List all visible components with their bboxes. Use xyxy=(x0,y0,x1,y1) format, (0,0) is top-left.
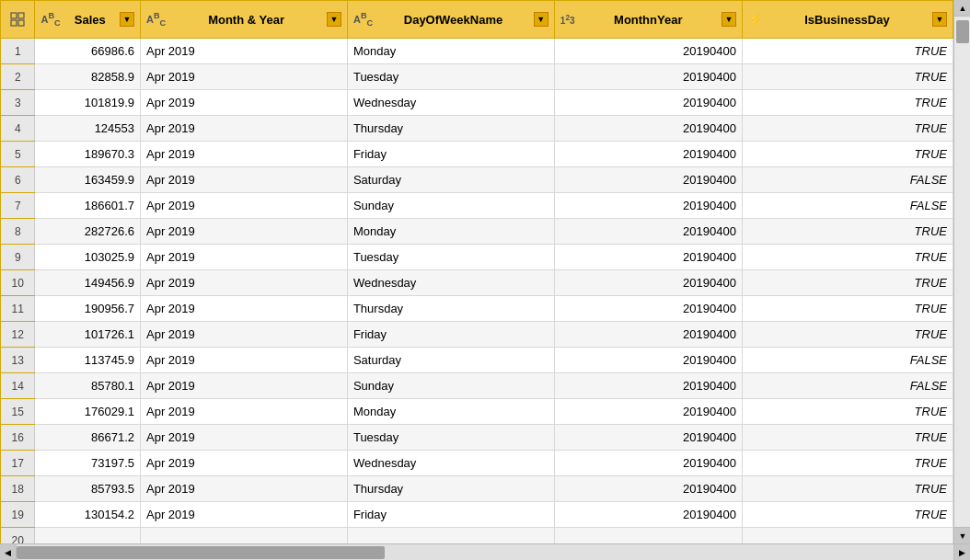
scroll-thumb-h[interactable] xyxy=(17,546,385,559)
cell-dayofweek: Thursday xyxy=(347,296,554,322)
cell-monthn: 20190400 xyxy=(554,90,742,116)
grid-icon xyxy=(10,12,25,27)
cell-sales: 130154.2 xyxy=(35,502,141,528)
cell-dayofweek: Monday xyxy=(347,399,554,425)
data-table-wrapper: ABC Sales ▼ ABC Month & Year ▼ xyxy=(0,0,970,560)
cell-rownum: 11 xyxy=(1,296,35,322)
cell-rownum: 16 xyxy=(1,425,35,451)
table-row: 19130154.2Apr 2019Friday20190400TRUE xyxy=(1,502,953,528)
header-dayofweek-label: DayOfWeekName xyxy=(376,13,530,27)
cell-monthn: 20190400 xyxy=(554,425,742,451)
cell-isbusiness: TRUE xyxy=(742,219,953,245)
header-isbusiness[interactable]: ⚡ IsBusinessDay ▼ xyxy=(742,1,953,39)
svg-rect-2 xyxy=(11,20,17,26)
cell-rownum: 10 xyxy=(1,270,35,296)
cell-sales: 176029.1 xyxy=(35,399,141,425)
horizontal-scrollbar[interactable]: ◀ ▶ xyxy=(0,543,970,560)
sales-dropdown-btn[interactable]: ▼ xyxy=(120,12,134,27)
cell-monthn: 20190400 xyxy=(554,270,742,296)
isbusiness-dropdown-btn[interactable]: ▼ xyxy=(932,12,947,27)
cell-rownum: 9 xyxy=(1,245,35,270)
table-scroll-area[interactable]: ABC Sales ▼ ABC Month & Year ▼ xyxy=(0,0,953,543)
table-row: 5189670.3Apr 2019Friday20190400TRUE xyxy=(1,142,953,167)
cell-isbusiness xyxy=(742,528,953,544)
cell-rownum: 4 xyxy=(1,116,35,142)
cell-isbusiness: TRUE xyxy=(742,64,953,90)
cell-sales: 82858.9 xyxy=(35,64,141,90)
cell-sales: 124553 xyxy=(35,116,141,142)
cell-monthyear: Apr 2019 xyxy=(141,193,348,219)
cell-monthyear: Apr 2019 xyxy=(141,502,348,528)
cell-monthn: 20190400 xyxy=(554,451,742,476)
abc-icon-dayofweek: ABC xyxy=(353,11,373,28)
cell-dayofweek: Wednesday xyxy=(347,90,554,116)
cell-monthyear: Apr 2019 xyxy=(141,245,348,270)
monthyear-dropdown-btn[interactable]: ▼ xyxy=(327,12,341,27)
cell-isbusiness: TRUE xyxy=(742,39,953,64)
vertical-scrollbar[interactable]: ▲ ▼ xyxy=(953,0,970,543)
cell-isbusiness: TRUE xyxy=(742,296,953,322)
cell-isbusiness: FALSE xyxy=(742,373,953,399)
cell-isbusiness: TRUE xyxy=(742,142,953,167)
cell-monthyear xyxy=(141,528,348,544)
cell-monthn: 20190400 xyxy=(554,219,742,245)
cell-isbusiness: TRUE xyxy=(742,270,953,296)
cell-rownum: 6 xyxy=(1,167,35,193)
cell-sales: 163459.9 xyxy=(35,167,141,193)
cell-dayofweek: Tuesday xyxy=(347,64,554,90)
header-dayofweek[interactable]: ABC DayOfWeekName ▼ xyxy=(347,1,554,39)
cell-sales: 101819.9 xyxy=(35,90,141,116)
table-row: 15176029.1Apr 2019Monday20190400TRUE xyxy=(1,399,953,425)
cell-monthyear: Apr 2019 xyxy=(141,425,348,451)
header-isbusiness-label: IsBusinessDay xyxy=(766,13,929,27)
table-row: 3101819.9Apr 2019Wednesday20190400TRUE xyxy=(1,90,953,116)
cell-monthn: 20190400 xyxy=(554,373,742,399)
header-sales[interactable]: ABC Sales ▼ xyxy=(35,1,141,39)
cell-isbusiness: TRUE xyxy=(742,451,953,476)
table-row: 1773197.5Apr 2019Wednesday20190400TRUE xyxy=(1,451,953,476)
cell-monthn: 20190400 xyxy=(554,399,742,425)
cell-monthyear: Apr 2019 xyxy=(141,476,348,502)
cell-monthyear: Apr 2019 xyxy=(141,322,348,348)
cell-isbusiness: FALSE xyxy=(742,348,953,373)
cell-monthyear: Apr 2019 xyxy=(141,64,348,90)
cell-monthyear: Apr 2019 xyxy=(141,167,348,193)
cell-isbusiness: TRUE xyxy=(742,425,953,451)
table-row: 282858.9Apr 2019Tuesday20190400TRUE xyxy=(1,64,953,90)
cell-monthyear: Apr 2019 xyxy=(141,296,348,322)
cell-rownum: 19 xyxy=(1,502,35,528)
cell-monthyear: Apr 2019 xyxy=(141,451,348,476)
cell-dayofweek: Friday xyxy=(347,142,554,167)
cell-sales: 86671.2 xyxy=(35,425,141,451)
cell-rownum: 12 xyxy=(1,322,35,348)
scroll-right-btn[interactable]: ▶ xyxy=(953,544,970,561)
monthn-dropdown-btn[interactable]: ▼ xyxy=(722,12,736,27)
header-monthyear[interactable]: ABC Month & Year ▼ xyxy=(141,1,348,39)
header-monthn-label: MonthnYear xyxy=(579,13,718,27)
table-row: 20 xyxy=(1,528,953,544)
cell-monthn: 20190400 xyxy=(554,167,742,193)
scroll-up-btn[interactable]: ▲ xyxy=(954,0,970,17)
cell-isbusiness: FALSE xyxy=(742,193,953,219)
scroll-thumb-v[interactable] xyxy=(956,20,969,43)
cell-sales: 101726.1 xyxy=(35,322,141,348)
abc-icon-sales: ABC xyxy=(40,11,60,28)
dayofweek-dropdown-btn[interactable]: ▼ xyxy=(534,12,549,27)
scroll-left-btn[interactable]: ◀ xyxy=(0,544,17,561)
cell-rownum: 14 xyxy=(1,373,35,399)
cell-isbusiness: TRUE xyxy=(742,476,953,502)
cell-rownum: 2 xyxy=(1,64,35,90)
svg-rect-3 xyxy=(18,20,24,26)
table-row: 12101726.1Apr 2019Friday20190400TRUE xyxy=(1,322,953,348)
scroll-track-h xyxy=(17,544,953,560)
header-monthn[interactable]: 123 MonthnYear ▼ xyxy=(554,1,742,39)
cell-monthn xyxy=(554,528,742,544)
scroll-down-btn[interactable]: ▼ xyxy=(954,527,970,543)
header-monthyear-label: Month & Year xyxy=(169,13,323,27)
cell-rownum: 18 xyxy=(1,476,35,502)
cell-isbusiness: TRUE xyxy=(742,322,953,348)
cell-sales: 103025.9 xyxy=(35,245,141,270)
cell-sales: 66986.6 xyxy=(35,39,141,64)
cell-monthyear: Apr 2019 xyxy=(141,142,348,167)
table-row: 1686671.2Apr 2019Tuesday20190400TRUE xyxy=(1,425,953,451)
